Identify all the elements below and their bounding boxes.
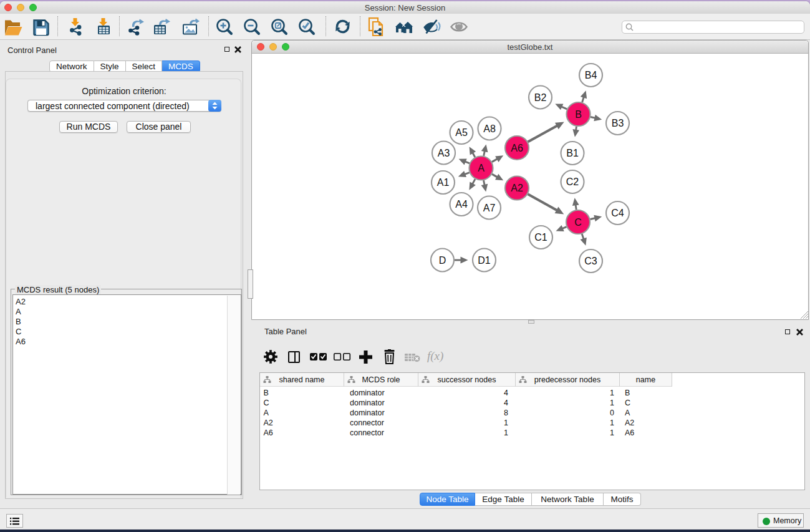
svg-text:A1: A1 (437, 177, 450, 188)
svg-text:A3: A3 (438, 148, 450, 158)
svg-text:B: B (575, 109, 582, 120)
svg-text:B3: B3 (612, 118, 624, 128)
svg-text:A6: A6 (511, 143, 523, 153)
svg-text:C1: C1 (534, 232, 547, 243)
svg-text:B2: B2 (534, 92, 547, 103)
svg-text:D1: D1 (478, 255, 491, 266)
svg-text:C4: C4 (611, 208, 624, 218)
svg-text:C2: C2 (566, 177, 579, 187)
svg-text:A: A (478, 163, 485, 173)
svg-text:D: D (439, 255, 446, 266)
svg-text:A2: A2 (511, 183, 523, 193)
svg-text:B4: B4 (585, 70, 597, 80)
svg-text:A5: A5 (455, 127, 468, 138)
svg-text:A4: A4 (455, 199, 468, 210)
svg-text:C: C (574, 217, 582, 228)
svg-text:B1: B1 (566, 148, 579, 158)
svg-text:C3: C3 (584, 256, 597, 266)
svg-text:A7: A7 (483, 203, 496, 213)
svg-text:A8: A8 (483, 123, 496, 134)
